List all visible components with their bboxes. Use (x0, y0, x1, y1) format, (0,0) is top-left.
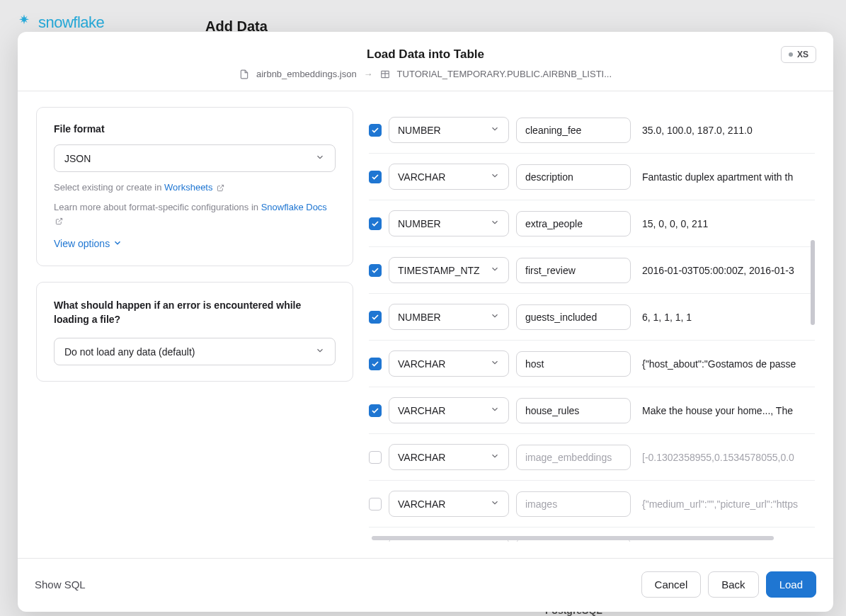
column-checkbox[interactable] (369, 171, 382, 183)
svg-line-3 (220, 185, 224, 188)
column-checkbox[interactable] (369, 217, 382, 230)
column-sample: 35.0, 100.0, 187.0, 211.0 (638, 125, 809, 136)
column-sample: 15, 0, 0, 0, 211 (638, 218, 809, 229)
column-sample: 6, 1, 1, 1, 1 (638, 312, 809, 323)
column-checkbox[interactable] (369, 358, 382, 370)
column-type-select[interactable]: NUMBER (389, 210, 509, 236)
external-link-icon (55, 215, 63, 229)
error-handling-card: What should happen if an error is encoun… (36, 282, 353, 382)
cancel-button[interactable]: Cancel (641, 571, 702, 598)
column-name-input[interactable]: images (516, 491, 631, 517)
column-type-select[interactable]: VARCHAR (389, 350, 509, 377)
breadcrumb-source: airbnb_embeddings.json (256, 69, 357, 79)
column-sample: {"host_about":"Gostamos de passe (638, 358, 809, 370)
chevron-down-icon (490, 217, 500, 229)
column-sample: {"medium_url":"","picture_url":"https (638, 498, 809, 510)
column-name-input[interactable]: host (516, 351, 631, 377)
error-handling-select[interactable]: Do not load any data (default) (54, 338, 336, 365)
arrow-right-icon: → (364, 69, 373, 79)
error-handling-label: What should happen if an error is encoun… (54, 298, 336, 327)
chevron-down-icon (315, 346, 325, 358)
helper-text-docs: Learn more about format-specific configu… (54, 200, 336, 229)
file-format-value: JSON (64, 153, 91, 164)
column-checkbox[interactable] (369, 124, 382, 137)
chevron-down-icon (490, 404, 500, 416)
chevron-down-icon (490, 358, 500, 370)
load-data-modal: Load Data into Table airbnb_embeddings.j… (18, 32, 833, 612)
load-button[interactable]: Load (766, 571, 816, 598)
column-type-select[interactable]: VARCHAR (389, 164, 509, 190)
column-type-select[interactable]: VARCHAR (389, 444, 509, 470)
column-sample: [-0.1302358955,0.1534578055,0.0 (638, 452, 809, 463)
column-type-value: TIMESTAMP_NTZ (398, 265, 480, 276)
column-name-input[interactable]: house_rules (516, 398, 631, 423)
column-type-value: VARCHAR (398, 405, 445, 416)
columns-list[interactable]: NUMBERcleaning_fee35.0, 100.0, 187.0, 21… (369, 107, 815, 542)
docs-link[interactable]: Snowflake Docs (261, 202, 327, 212)
chevron-down-icon (490, 451, 500, 463)
column-type-value: VARCHAR (398, 171, 445, 183)
external-link-icon (217, 182, 224, 196)
view-options-toggle[interactable]: View options (54, 238, 336, 250)
column-checkbox[interactable] (369, 451, 382, 464)
column-row: NUMBERcleaning_fee35.0, 100.0, 187.0, 21… (369, 107, 815, 154)
breadcrumb-target: TUTORIAL_TEMPORARY.PUBLIC.AIRBNB_LISTI..… (397, 69, 612, 79)
column-name-input[interactable]: first_review (516, 258, 631, 283)
column-type-select[interactable]: VARCHAR (389, 491, 509, 517)
back-button[interactable]: Back (708, 571, 758, 598)
file-icon (239, 69, 249, 79)
column-row: NUMBERextra_people15, 0, 0, 0, 211 (369, 200, 815, 247)
column-sample: Make the house your home..., The (638, 405, 809, 416)
column-sample: 2016-01-03T05:00:00Z, 2016-01-3 (638, 265, 809, 276)
column-checkbox[interactable] (369, 498, 382, 511)
file-format-card: File format JSON Select existing or crea… (36, 107, 353, 266)
svg-line-4 (59, 218, 62, 222)
table-icon (380, 69, 390, 79)
column-checkbox[interactable] (369, 404, 382, 417)
modal-footer: Show SQL Cancel Back Load (18, 558, 833, 612)
chevron-down-icon (490, 498, 500, 510)
warehouse-size-badge[interactable]: XS (781, 46, 816, 63)
column-type-select[interactable]: TIMESTAMP_NTZ (389, 257, 509, 283)
column-row: VARCHARhouse_rulesMake the house your ho… (369, 387, 815, 434)
column-name-input[interactable]: image_embeddings (516, 445, 631, 470)
chevron-down-icon (315, 152, 325, 164)
breadcrumb: airbnb_embeddings.json → TUTORIAL_TEMPOR… (35, 69, 816, 79)
column-row: NUMBERguests_included6, 1, 1, 1, 1 (369, 294, 815, 341)
status-dot-icon (789, 52, 793, 57)
chevron-down-icon (490, 311, 500, 323)
chevron-down-icon (113, 238, 122, 250)
error-handling-value: Do not load any data (default) (64, 346, 195, 358)
column-name-input[interactable]: extra_people (516, 211, 631, 236)
column-name-input[interactable]: cleaning_fee (516, 118, 631, 143)
scrollbar-vertical[interactable] (811, 240, 815, 325)
column-checkbox[interactable] (369, 264, 382, 277)
modal-header: Load Data into Table airbnb_embeddings.j… (18, 32, 833, 91)
column-type-select[interactable]: VARCHAR (389, 397, 509, 423)
column-type-select[interactable]: NUMBER (389, 304, 509, 330)
scrollbar-horizontal[interactable] (372, 536, 774, 540)
left-panel: File format JSON Select existing or crea… (36, 107, 353, 382)
column-checkbox[interactable] (369, 311, 382, 324)
column-row: VARCHARimages{"medium_url":"","picture_u… (369, 481, 815, 527)
column-row: TIMESTAMP_NTZfirst_review2016-01-03T05:0… (369, 247, 815, 294)
column-type-value: VARCHAR (398, 452, 445, 463)
worksheets-link[interactable]: Worksheets (164, 182, 212, 193)
modal-title: Load Data into Table (35, 47, 816, 62)
column-type-select[interactable]: NUMBER (389, 117, 509, 143)
column-row: VARCHARimage_embeddings[-0.1302358955,0.… (369, 434, 815, 481)
chevron-down-icon (490, 124, 500, 136)
column-name-input[interactable]: description (516, 164, 631, 190)
column-sample: Fantastic duplex apartment with th (638, 171, 809, 183)
file-format-label: File format (54, 123, 336, 135)
show-sql-link[interactable]: Show SQL (35, 578, 86, 591)
chevron-down-icon (490, 171, 500, 183)
column-type-value: VARCHAR (398, 358, 445, 370)
chevron-down-icon (490, 264, 500, 276)
column-row: VARCHARdescriptionFantastic duplex apart… (369, 154, 815, 200)
column-name-input[interactable]: guests_included (516, 304, 631, 330)
warehouse-size-text: XS (797, 50, 808, 59)
file-format-select[interactable]: JSON (54, 144, 336, 172)
column-row: VARCHARhost{"host_about":"Gostamos de pa… (369, 341, 815, 387)
modal-body: File format JSON Select existing or crea… (18, 91, 833, 558)
